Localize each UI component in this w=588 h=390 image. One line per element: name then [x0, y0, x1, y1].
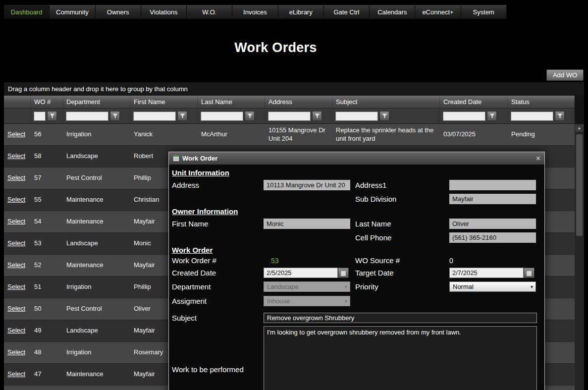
wo-number-cell: 51 [31, 277, 63, 298]
select-cell: Select [4, 386, 31, 390]
app-root: DashboardCommunityOwnersViolationsW.O.In… [0, 0, 588, 390]
cell-phone-input[interactable] [449, 232, 536, 243]
select-cell: Select [4, 298, 31, 320]
tab-community[interactable]: Community [50, 5, 95, 19]
column-header-first-name[interactable]: First Name [130, 96, 198, 108]
table-filter-row [4, 109, 575, 124]
department-cell: Pest Control [63, 298, 130, 320]
wo-number-cell: 57 [31, 167, 63, 189]
select-cell: Select [4, 233, 31, 254]
target-date-input[interactable] [449, 268, 524, 278]
select-row-link[interactable]: Select [7, 283, 25, 291]
filter-cell [198, 109, 265, 123]
filter-funnel-button-address[interactable] [312, 111, 322, 121]
address1-input[interactable] [449, 180, 536, 190]
last-name-input[interactable] [449, 219, 536, 229]
modal-title: Work Order [182, 155, 217, 162]
work-to-be-performed-textarea[interactable]: I'm looking to get overgrown shrubbery r… [264, 326, 537, 390]
filter-funnel-button-subject[interactable] [379, 111, 389, 121]
tab-w-o[interactable]: W.O. [187, 5, 232, 19]
sub-division-input[interactable] [449, 194, 536, 204]
first-name-input[interactable] [264, 219, 350, 229]
select-row-link[interactable]: Select [7, 196, 25, 204]
assigment-dropdown[interactable]: Inhouse ▾ [264, 296, 350, 306]
scrollbar-thumb[interactable] [576, 134, 583, 236]
filter-input-department[interactable] [66, 111, 108, 121]
department-dropdown[interactable]: Landscape ▾ [264, 281, 350, 292]
created-date-input[interactable] [264, 268, 338, 278]
column-header-address[interactable]: Address [265, 96, 332, 108]
filter-input-last-name[interactable] [201, 111, 243, 121]
wo-number-cell: 55 [31, 189, 63, 211]
priority-dropdown[interactable]: Normal ▾ [449, 281, 536, 292]
filter-funnel-button-first-name[interactable] [177, 111, 187, 121]
tab-calendars[interactable]: Calendars [370, 5, 415, 19]
tab-owners[interactable]: Owners [96, 5, 141, 19]
select-row-link[interactable]: Select [7, 239, 25, 247]
vertical-scrollbar[interactable]: ▲ [575, 124, 584, 390]
select-row-link[interactable]: Select [7, 152, 25, 160]
select-row-link[interactable]: Select [7, 327, 25, 334]
select-row-link[interactable]: Select [7, 130, 25, 138]
select-cell: Select [4, 211, 31, 232]
tab-dashboard[interactable]: Dashboard [4, 5, 50, 19]
wo-number-cell: 56 [31, 124, 63, 145]
tab-gate-ctrl[interactable]: Gate Ctrl [324, 5, 370, 19]
address-input[interactable] [264, 180, 350, 190]
select-row-link[interactable]: Select [7, 218, 25, 225]
close-icon[interactable]: × [536, 155, 540, 163]
funnel-icon [382, 113, 387, 119]
add-wo-button[interactable]: Add WO [546, 69, 584, 81]
created-date-cell: 03/07/2025 [440, 124, 508, 145]
filter-select-column [4, 109, 31, 123]
select-row-link[interactable]: Select [7, 261, 25, 269]
funnel-icon [50, 113, 55, 119]
filter-input-status[interactable] [511, 111, 553, 121]
select-cell: Select [4, 342, 31, 363]
column-header-wo[interactable]: WO # [31, 96, 63, 108]
filter-funnel-button-created-date[interactable] [487, 111, 497, 121]
subject-cell: Replace the sprinkler heads at the unit … [332, 124, 440, 145]
chevron-down-icon: ▾ [531, 284, 533, 289]
funnel-icon [557, 113, 563, 119]
tab-econnect[interactable]: eConnect+ [415, 5, 461, 19]
column-header-last-name[interactable]: Last Name [198, 96, 265, 108]
address-cell: 10155 Mangrove Dr Unit 204 [265, 124, 332, 145]
target-date-calendar-button[interactable]: ▦ [524, 268, 535, 278]
tab-system[interactable]: System [461, 5, 507, 19]
filter-input-subject[interactable] [335, 111, 378, 121]
sub-division-label: Sub Division [355, 195, 396, 203]
created-date-calendar-button[interactable]: ▦ [338, 268, 349, 278]
department-cell: Irrigation [63, 277, 130, 298]
filter-funnel-button-status[interactable] [555, 111, 565, 121]
address1-label: Address1 [355, 181, 386, 189]
filter-input-created-date[interactable] [443, 111, 485, 121]
department-cell: Maintenance [63, 364, 130, 385]
column-header-department[interactable]: Department [63, 96, 130, 108]
calendar-icon: ▦ [526, 270, 532, 277]
scroll-up-button[interactable]: ▲ [575, 124, 584, 132]
section-unit-information: Unit Information [172, 168, 229, 177]
tab-invoices[interactable]: Invoices [232, 5, 278, 19]
filter-input-first-name[interactable] [133, 111, 176, 121]
filter-input-address[interactable] [268, 111, 311, 121]
work-order-number-value: 53 [271, 257, 279, 265]
department-cell: Landscape [63, 386, 130, 390]
select-row-link[interactable]: Select [7, 370, 25, 378]
filter-funnel-button-wo[interactable] [47, 111, 57, 121]
column-header-subject[interactable]: Subject [332, 96, 440, 108]
filter-input-wo[interactable] [34, 111, 46, 121]
filter-funnel-button-department[interactable] [110, 111, 120, 121]
select-cell: Select [4, 255, 31, 276]
select-row-link[interactable]: Select [7, 348, 25, 356]
subject-input[interactable] [264, 313, 537, 323]
funnel-icon [180, 113, 185, 119]
select-row-link[interactable]: Select [7, 174, 25, 182]
filter-funnel-button-last-name[interactable] [245, 111, 255, 121]
tab-elibrary[interactable]: eLibrary [278, 5, 324, 19]
select-row-link[interactable]: Select [7, 305, 25, 313]
work-order-icon [173, 155, 179, 162]
column-header-created-date[interactable]: Created Date [440, 96, 508, 108]
tab-violations[interactable]: Violations [141, 5, 187, 19]
column-header-status[interactable]: Status [508, 96, 575, 108]
